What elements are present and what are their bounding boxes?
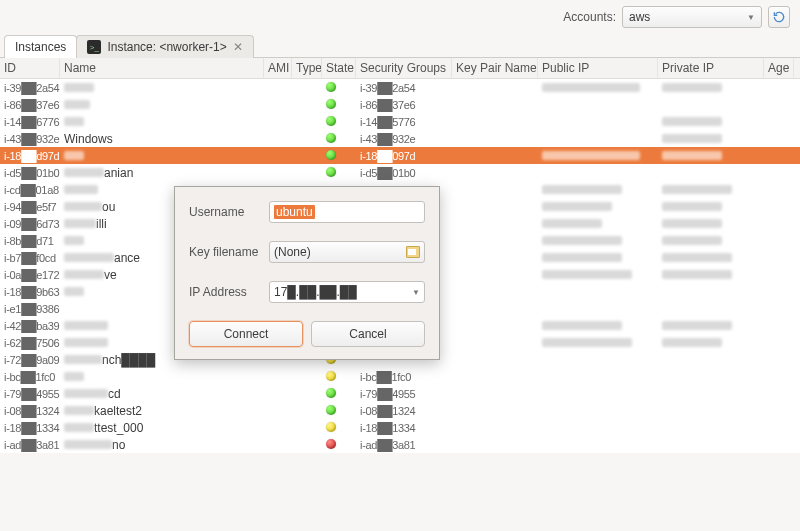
cell-id: i-09██6d73 xyxy=(0,217,60,231)
table-row[interactable]: i-79██4955cdi-79██4955 xyxy=(0,385,800,402)
folder-icon xyxy=(406,246,420,258)
cell-private-ip xyxy=(658,104,764,106)
cell-type xyxy=(292,427,322,429)
cell-state xyxy=(322,386,356,402)
table-row[interactable]: i-ad██3a81noi-ad██3a81 xyxy=(0,436,800,453)
col-ami[interactable]: AMI xyxy=(264,58,292,78)
ip-dropdown[interactable]: 17█.██.██.██ ▼ xyxy=(269,281,425,303)
table-row[interactable]: i-14██6776i-14██5776 xyxy=(0,113,800,130)
cell-id: i-cd██01a8 xyxy=(0,183,60,197)
cell-age xyxy=(764,427,794,429)
grid-header: ID Name AMI Type State Security Groups K… xyxy=(0,58,800,79)
col-priv[interactable]: Private IP xyxy=(658,58,764,78)
tab-instances[interactable]: Instances xyxy=(4,35,77,58)
cell-private-ip xyxy=(658,444,764,446)
cell-age xyxy=(764,359,794,361)
cell-kp xyxy=(452,359,538,361)
cell-kp xyxy=(452,104,538,106)
cell-id: i-e1██9386 xyxy=(0,302,60,316)
cell-kp xyxy=(452,444,538,446)
username-input[interactable]: ubuntu xyxy=(269,201,425,223)
table-row[interactable]: i-08██1324kaeltest2i-08██1324 xyxy=(0,402,800,419)
cell-kp xyxy=(452,325,538,327)
cell-sg: i-18██097d xyxy=(356,149,452,163)
cell-type xyxy=(292,138,322,140)
cell-ami xyxy=(264,172,292,174)
keyfile-value: (None) xyxy=(274,245,311,259)
close-icon[interactable]: ✕ xyxy=(233,40,243,54)
cell-id: i-18██9b63 xyxy=(0,285,60,299)
cell-private-ip xyxy=(658,233,764,249)
cancel-button[interactable]: Cancel xyxy=(311,321,425,347)
cell-type xyxy=(292,121,322,123)
cell-private-ip xyxy=(658,131,764,147)
cell-ami xyxy=(264,87,292,89)
table-row[interactable]: i-43██932eWindowsi-43██932e xyxy=(0,130,800,147)
accounts-value: aws xyxy=(629,10,650,24)
cell-kp xyxy=(452,155,538,157)
cell-private-ip xyxy=(658,199,764,215)
cell-id: i-bc██1fc0 xyxy=(0,370,60,384)
tab-instances-label: Instances xyxy=(15,40,66,54)
cell-kp xyxy=(452,393,538,395)
cell-ami xyxy=(264,444,292,446)
col-state[interactable]: State xyxy=(322,58,356,78)
cell-kp xyxy=(452,206,538,208)
cell-state xyxy=(322,148,356,164)
cell-id: i-43██932e xyxy=(0,132,60,146)
col-age[interactable]: Age xyxy=(764,58,794,78)
cell-age xyxy=(764,240,794,242)
cell-public-ip xyxy=(538,80,658,96)
cell-id: i-0a██e172 xyxy=(0,268,60,282)
cell-age xyxy=(764,342,794,344)
cell-state xyxy=(322,369,356,385)
refresh-button[interactable] xyxy=(768,6,790,28)
connect-button[interactable]: Connect xyxy=(189,321,303,347)
col-pub[interactable]: Public IP xyxy=(538,58,658,78)
table-row[interactable]: i-18██1334ttest_000i-18██1334 xyxy=(0,419,800,436)
col-type[interactable]: Type xyxy=(292,58,322,78)
username-label: Username xyxy=(189,205,269,219)
state-dot-icon xyxy=(326,99,336,109)
state-dot-icon xyxy=(326,371,336,381)
cell-type xyxy=(292,172,322,174)
cell-age xyxy=(764,87,794,89)
cell-private-ip xyxy=(658,80,764,96)
cell-public-ip xyxy=(538,182,658,198)
table-row[interactable]: i-d5██01b0aniani-d5██01b0 xyxy=(0,164,800,181)
cell-id: i-79██4955 xyxy=(0,387,60,401)
cell-public-ip xyxy=(538,250,658,266)
cell-public-ip xyxy=(538,376,658,378)
cell-type xyxy=(292,393,322,395)
col-sg[interactable]: Security Groups xyxy=(356,58,452,78)
cell-private-ip xyxy=(658,216,764,232)
col-name[interactable]: Name xyxy=(60,58,264,78)
terminal-icon: >_ xyxy=(87,40,101,54)
cell-public-ip xyxy=(538,444,658,446)
cell-kp xyxy=(452,240,538,242)
cell-private-ip xyxy=(658,359,764,361)
keyfile-label: Key filename xyxy=(189,245,269,259)
col-kp[interactable]: Key Pair Name xyxy=(452,58,538,78)
cell-name: Windows xyxy=(60,131,264,147)
cell-sg: i-08██1324 xyxy=(356,404,452,418)
cell-public-ip xyxy=(538,359,658,361)
cell-private-ip xyxy=(658,318,764,334)
accounts-dropdown[interactable]: aws ▼ xyxy=(622,6,762,28)
col-id[interactable]: ID xyxy=(0,58,60,78)
cell-ami xyxy=(264,121,292,123)
cell-id: i-ad██3a81 xyxy=(0,438,60,452)
state-dot-icon xyxy=(326,150,336,160)
table-row[interactable]: i-18██d97di-18██097d xyxy=(0,147,800,164)
cell-state xyxy=(322,97,356,113)
tab-instance-detail[interactable]: >_ Instance: <nworker-1> ✕ xyxy=(76,35,253,58)
table-row[interactable]: i-86██37e6i-86██37e6 xyxy=(0,96,800,113)
cell-type xyxy=(292,104,322,106)
chevron-down-icon: ▼ xyxy=(412,288,420,297)
table-row[interactable]: i-bc██1fc0i-bc██1fc0 xyxy=(0,368,800,385)
cell-ami xyxy=(264,155,292,157)
cell-id: i-86██37e6 xyxy=(0,98,60,112)
table-row[interactable]: i-39██2a54i-39██2a54 xyxy=(0,79,800,96)
keyfile-picker[interactable]: (None) xyxy=(269,241,425,263)
cell-kp xyxy=(452,291,538,293)
